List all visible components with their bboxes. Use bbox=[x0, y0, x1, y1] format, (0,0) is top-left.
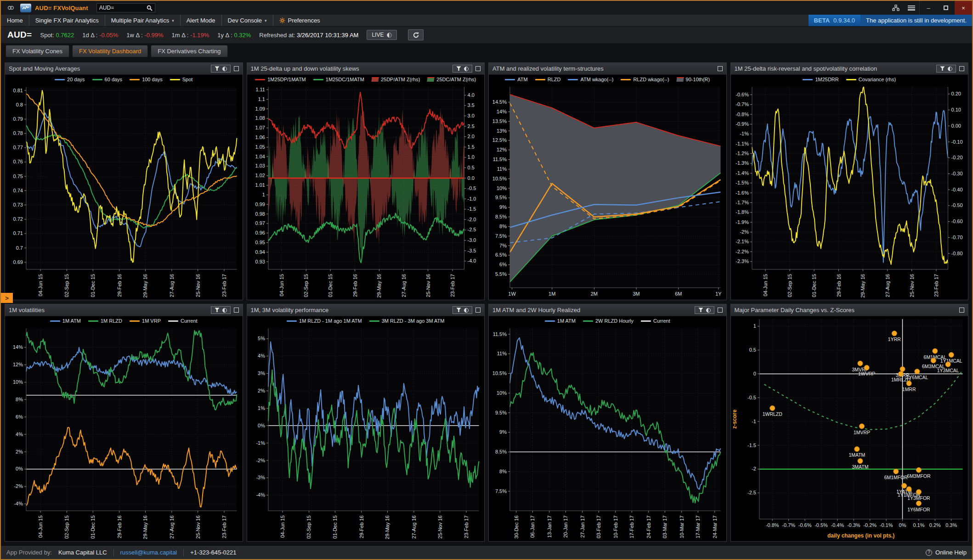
legend-label: 25DP/ATM Z(rhs) bbox=[381, 77, 420, 82]
svg-text:14.5%: 14.5% bbox=[492, 99, 507, 105]
legend-item[interactable]: Current bbox=[168, 318, 198, 324]
svg-text:0.95: 0.95 bbox=[255, 240, 265, 245]
sidebar-expander-button[interactable]: > bbox=[1, 293, 13, 303]
svg-text:13-Jan 17: 13-Jan 17 bbox=[547, 515, 552, 538]
legend-item[interactable]: 1M25DRR bbox=[803, 77, 838, 82]
tab-fx-volatility-cones[interactable]: FX Volatility Cones bbox=[6, 45, 69, 57]
svg-text:5.5%: 5.5% bbox=[495, 271, 507, 277]
svg-text:0.3%: 0.3% bbox=[945, 522, 957, 528]
chart-vol-performance[interactable]: 5%4%3%2%1%0%-1%-2%-3%-4%04-Jun 1502-Sep … bbox=[247, 325, 485, 541]
popout-icon[interactable] bbox=[475, 308, 481, 313]
popout-icon[interactable] bbox=[718, 308, 723, 313]
legend-item[interactable]: 1M25DP/1MATM bbox=[255, 77, 306, 82]
svg-text:1YRR: 1YRR bbox=[888, 337, 900, 342]
menu-home[interactable]: Home bbox=[1, 15, 29, 26]
legend-item[interactable]: 1M VRP bbox=[130, 318, 161, 324]
svg-text:7.5%: 7.5% bbox=[495, 233, 507, 239]
filter-settings-button[interactable] bbox=[936, 65, 956, 73]
popout-icon[interactable] bbox=[475, 66, 481, 71]
area-swatch-icon bbox=[676, 77, 684, 82]
legend-item[interactable]: 1M ATM bbox=[50, 318, 81, 324]
company-name: Kuma Capital LLC bbox=[58, 549, 107, 556]
chart-spot-moving-averages[interactable]: 0.810.80.790.780.770.760.750.740.730.720… bbox=[5, 84, 243, 300]
legend-item[interactable]: 20 days bbox=[55, 77, 85, 82]
chart-one-month-volatilities[interactable]: 14%12%10%8%6%4%2%0%-2%-4%04-Jun 1502-Sep… bbox=[5, 325, 243, 541]
svg-text:2M: 2M bbox=[591, 291, 598, 297]
panel-body: 1M ATM2W RLZD HourlyCurrent11.5%11%10.5%… bbox=[489, 316, 726, 541]
minimize-button[interactable]: – bbox=[920, 1, 937, 15]
legend-item[interactable]: 1M25DC/1MATM bbox=[313, 77, 364, 82]
chart-vol-skews[interactable]: 1.111.11.091.081.071.061.051.041.031.021… bbox=[247, 84, 485, 300]
live-toggle[interactable]: LIVE bbox=[367, 30, 397, 40]
online-help-button[interactable]: ? Online Help bbox=[926, 549, 967, 556]
svg-text:02-Sep 15: 02-Sep 15 bbox=[303, 274, 309, 297]
legend-item[interactable]: 25DP/ATM Z(rhs) bbox=[372, 77, 420, 82]
line-swatch-icon bbox=[255, 79, 265, 80]
filter-settings-button[interactable] bbox=[211, 65, 231, 73]
menu-preferences[interactable]: Preferences bbox=[273, 15, 326, 26]
chart-daily-changes-zscores[interactable]: 1YRR6M1MCAL1Y1MCAL6M3MCAL1Y3MCAL3MVRP1WV… bbox=[731, 316, 968, 541]
chart-risk-reversal-correlation[interactable]: -0.6%-0.7%-0.8%-0.9%-1%-1.1%-1.2%-1.3%-1… bbox=[731, 84, 968, 300]
menu-icon[interactable] bbox=[904, 1, 919, 15]
popout-icon[interactable] bbox=[718, 66, 723, 71]
filter-settings-button[interactable] bbox=[211, 306, 231, 314]
svg-text:0.5: 0.5 bbox=[749, 347, 756, 353]
popout-icon[interactable] bbox=[959, 308, 964, 313]
maximize-button[interactable] bbox=[937, 1, 955, 15]
legend-item[interactable]: 90-10th(R) bbox=[677, 77, 710, 82]
svg-text:23-Feb 17: 23-Feb 17 bbox=[449, 274, 455, 297]
panel-header-vol-skews: 1M 25-delta up and down volatility skews bbox=[247, 63, 485, 75]
symbol-search[interactable] bbox=[96, 3, 155, 12]
legend-item[interactable]: RLZD bbox=[535, 77, 561, 82]
legend-item[interactable]: 60 days bbox=[92, 77, 123, 82]
tab-fx-derivatives-charting[interactable]: FX Derivatives Charting bbox=[151, 45, 227, 57]
toggle-icon bbox=[387, 33, 392, 38]
legend-label: RLZD wkago(--) bbox=[633, 77, 669, 82]
menu-alert-mode[interactable]: Alert Mode bbox=[180, 15, 221, 26]
legend-item[interactable]: Covariance (rhs) bbox=[846, 77, 896, 82]
chart-hourly-realized[interactable]: 11.5%11%10.5%10%9.5%9%8.5%8%7.5%30-Dec 1… bbox=[489, 325, 726, 541]
legend-item[interactable]: 25DC/ATM Z(rhs) bbox=[427, 77, 476, 82]
filter-settings-button[interactable] bbox=[453, 306, 472, 314]
legend-item[interactable]: Current bbox=[641, 318, 670, 324]
legend-item[interactable]: 1M RLZD bbox=[88, 318, 122, 324]
legend-item[interactable]: 100 days bbox=[130, 77, 163, 82]
legend-item[interactable]: 1M ATM bbox=[545, 318, 576, 324]
link-icon[interactable] bbox=[5, 5, 17, 11]
menu-single-fx-pair[interactable]: Single FX Pair Analytics bbox=[29, 15, 105, 26]
legend-item[interactable]: ATM bbox=[505, 77, 527, 82]
refresh-button[interactable] bbox=[408, 29, 424, 40]
contact-email-link[interactable]: russell@kuma.capital bbox=[120, 549, 177, 556]
svg-text:0.99: 0.99 bbox=[255, 202, 265, 207]
legend-item[interactable]: 1M RLZD - 1M ago 1M ATM bbox=[287, 318, 362, 324]
svg-text:06-Jan 17: 06-Jan 17 bbox=[530, 515, 535, 538]
chart-term-structures[interactable]: 14.5%14%13.5%13%12.5%12%11.5%11%10.5%10%… bbox=[489, 84, 726, 300]
symbol-search-input[interactable] bbox=[99, 5, 147, 11]
svg-text:29-May 16: 29-May 16 bbox=[376, 274, 382, 298]
popout-icon[interactable] bbox=[959, 66, 964, 71]
legend-item[interactable]: ATM wkago(--) bbox=[568, 77, 613, 82]
legend-item[interactable]: 3M RLZD - 3M ago 3M ATM bbox=[369, 318, 445, 324]
layout-icon[interactable] bbox=[888, 1, 904, 15]
legend-label: 100 days bbox=[142, 77, 163, 82]
svg-text:27-Aug 16: 27-Aug 16 bbox=[401, 274, 406, 297]
svg-text:-0.7%: -0.7% bbox=[735, 101, 749, 107]
app-icon bbox=[20, 4, 31, 12]
legend-item[interactable]: RLZD wkago(--) bbox=[621, 77, 669, 82]
filter-settings-button[interactable] bbox=[453, 65, 472, 73]
search-icon[interactable] bbox=[147, 5, 153, 11]
svg-text:24-Feb 17: 24-Feb 17 bbox=[646, 515, 651, 538]
filter-settings-button[interactable] bbox=[695, 306, 714, 314]
popout-icon[interactable] bbox=[234, 66, 239, 71]
legend-item[interactable]: Spot bbox=[170, 77, 193, 82]
line-swatch-icon bbox=[130, 79, 140, 80]
legend-item[interactable]: 2W RLZD Hourly bbox=[583, 318, 634, 324]
svg-text:10-Feb 17: 10-Feb 17 bbox=[613, 515, 618, 538]
tab-fx-volatility-dashboard[interactable]: FX Volatility Dashboard bbox=[72, 45, 148, 57]
legend-label: RLZD bbox=[548, 77, 561, 82]
close-button[interactable]: × bbox=[955, 1, 972, 15]
symbol-label: AUD= bbox=[7, 30, 32, 40]
menu-dev-console[interactable]: Dev Console▾ bbox=[221, 15, 273, 26]
menu-multiple-pair[interactable]: Multiple Pair Analytics▾ bbox=[105, 15, 180, 26]
popout-icon[interactable] bbox=[234, 308, 239, 313]
